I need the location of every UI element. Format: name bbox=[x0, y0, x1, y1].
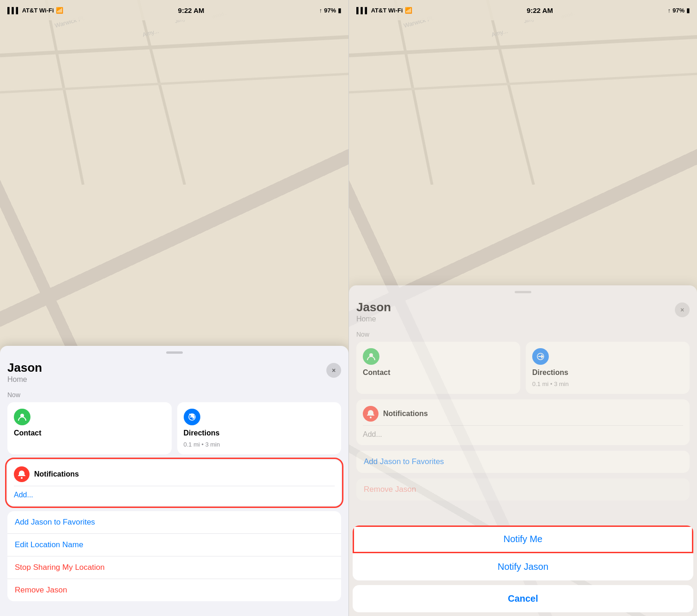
right-phone-screen: Warwick Pl. Amy... Jimy... wood... ▌▌▌ A… bbox=[348, 0, 697, 616]
directions-sub-left: 0.1 mi • 3 min bbox=[184, 441, 335, 448]
contact-label-left: Contact bbox=[14, 429, 165, 437]
contact-icon-right bbox=[363, 348, 379, 365]
notify-jason-btn[interactable]: Notify Jason bbox=[353, 553, 693, 580]
carrier-left: ▌▌▌ AT&T Wi-Fi 📶 bbox=[7, 7, 63, 14]
notifications-card-right[interactable]: Notifications Add... bbox=[356, 399, 690, 445]
notif-add-left[interactable]: Add... bbox=[14, 491, 335, 499]
signal-icon-right: ▌▌▌ bbox=[356, 7, 369, 14]
action-sheet: Notify Me Notify Jason bbox=[353, 525, 693, 580]
svg-line-11 bbox=[349, 37, 697, 55]
svg-line-1 bbox=[46, 0, 83, 185]
directions-icon-right bbox=[532, 348, 549, 365]
person-name-left: Jason bbox=[7, 361, 42, 374]
notif-header-right: Notifications bbox=[363, 406, 683, 422]
svg-point-10 bbox=[21, 477, 23, 479]
time-left: 9:22 AM bbox=[178, 6, 204, 14]
notif-icon-left bbox=[14, 466, 30, 482]
sheet-header-left: Jason Home × bbox=[0, 359, 348, 389]
close-button-right[interactable]: × bbox=[675, 302, 690, 317]
notifications-card-left[interactable]: Notifications Add... bbox=[7, 460, 341, 506]
wifi-icon: 📶 bbox=[56, 7, 63, 14]
sheet-handle-right bbox=[515, 291, 531, 293]
svg-line-0 bbox=[0, 37, 348, 55]
stop-sharing-btn-left[interactable]: Stop Sharing My Location bbox=[7, 556, 341, 579]
directions-label-left: Directions bbox=[184, 429, 335, 437]
directions-label-right: Directions bbox=[532, 368, 683, 377]
now-label-right: Now bbox=[349, 329, 697, 342]
notif-header-left: Notifications bbox=[14, 466, 335, 482]
svg-line-2 bbox=[138, 0, 185, 185]
notif-divider-left bbox=[14, 486, 335, 486]
carrier-right: ▌▌▌ AT&T Wi-Fi 📶 bbox=[356, 7, 412, 14]
contact-card-right[interactable]: Contact bbox=[356, 342, 520, 394]
person-name-right: Jason bbox=[356, 301, 391, 314]
contact-icon-left bbox=[14, 409, 30, 425]
sheet-header-right: Jason Home × bbox=[349, 299, 697, 329]
notifications-title-right: Notifications bbox=[383, 410, 428, 418]
location-label-left: Home bbox=[7, 375, 42, 384]
directions-icon-left bbox=[184, 409, 200, 425]
location-icon-right: ↑ bbox=[667, 7, 671, 14]
location-icon: ↑ bbox=[319, 7, 322, 14]
cancel-btn[interactable]: Cancel bbox=[353, 585, 693, 612]
directions-card-right[interactable]: Directions 0.1 mi • 3 min bbox=[526, 342, 690, 394]
favorites-section-right: Add Jason to Favorites bbox=[356, 451, 690, 473]
notif-icon-right bbox=[363, 406, 379, 422]
add-favorites-btn-right[interactable]: Add Jason to Favorites bbox=[356, 451, 690, 473]
wifi-icon-right: 📶 bbox=[405, 7, 412, 14]
contact-label-right: Contact bbox=[363, 368, 514, 377]
directions-card-left[interactable]: Directions 0.1 mi • 3 min bbox=[177, 402, 342, 454]
svg-line-3 bbox=[0, 74, 348, 92]
notify-me-btn[interactable]: Notify Me bbox=[353, 525, 693, 553]
directions-sub-right: 0.1 mi • 3 min bbox=[532, 380, 683, 387]
notifications-title-left: Notifications bbox=[34, 470, 79, 478]
svg-line-13 bbox=[487, 0, 534, 185]
contact-card-left[interactable]: Contact bbox=[7, 402, 172, 454]
notif-divider-right bbox=[363, 425, 683, 426]
location-label-right: Home bbox=[356, 315, 391, 323]
left-phone-screen: Warwick Pl. Amy... Jimy... wood... ▌▌▌ A… bbox=[0, 0, 348, 616]
close-button-left[interactable]: × bbox=[326, 363, 341, 378]
status-bar-left: ▌▌▌ AT&T Wi-Fi 📶 9:22 AM ↑ 97% ▮ bbox=[0, 0, 348, 20]
action-cards-left: Contact Directions 0.1 mi • 3 min bbox=[0, 402, 348, 460]
remove-btn-left[interactable]: Remove Jason bbox=[7, 579, 341, 601]
battery-icon: ▮ bbox=[338, 7, 341, 14]
now-label-left: Now bbox=[0, 389, 348, 402]
add-favorites-btn-left[interactable]: Add Jason to Favorites bbox=[7, 511, 341, 534]
notif-add-right[interactable]: Add... bbox=[363, 430, 683, 439]
battery-right: ↑ 97% ▮ bbox=[667, 7, 690, 14]
left-sheet: Jason Home × Now Contact bbox=[0, 346, 348, 616]
action-cards-right: Contact Directions 0.1 mi • 3 min bbox=[349, 342, 697, 399]
list-section-left: Add Jason to Favorites Edit Location Nam… bbox=[7, 511, 341, 601]
battery-left: ↑ 97% ▮ bbox=[319, 7, 341, 14]
status-bar-right: ▌▌▌ AT&T Wi-Fi 📶 9:22 AM ↑ 97% ▮ bbox=[349, 0, 697, 20]
svg-line-12 bbox=[395, 0, 432, 185]
action-sheet-overlay: Notify Me Notify Jason Cancel bbox=[349, 525, 697, 616]
remove-btn-right[interactable]: Remove Jason bbox=[356, 478, 690, 501]
sheet-handle-left bbox=[166, 351, 183, 354]
edit-location-btn-left[interactable]: Edit Location Name bbox=[7, 534, 341, 556]
battery-icon-right: ▮ bbox=[686, 7, 690, 14]
svg-point-21 bbox=[370, 417, 372, 418]
time-right: 9:22 AM bbox=[527, 6, 553, 14]
signal-icon: ▌▌▌ bbox=[7, 7, 20, 14]
svg-line-14 bbox=[349, 74, 697, 92]
